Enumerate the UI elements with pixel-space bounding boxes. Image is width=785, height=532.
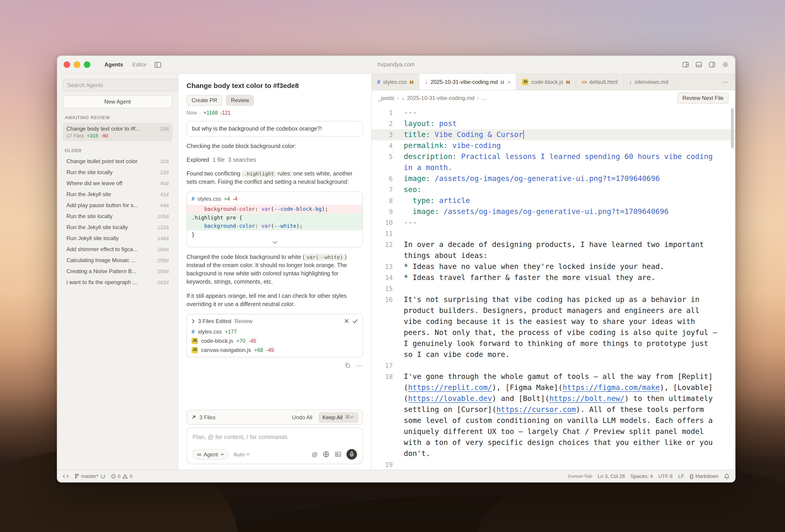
code-line[interactable]: 12In over a decade of designing products… [372, 239, 735, 261]
panel-right-icon[interactable] [709, 62, 715, 67]
chat-scroll-area[interactable]: Change body text color to #f3ede8 Create… [186, 80, 363, 410]
code-line[interactable]: 8 type: article [372, 195, 735, 206]
line-number: 19 [372, 459, 404, 470]
expand-diff-chevron-icon[interactable] [187, 239, 362, 247]
code-line[interactable]: 10--- [372, 217, 735, 228]
sidebar-agent-item[interactable]: Run the site locally22d [63, 167, 172, 178]
code-line[interactable]: 7seo: [372, 184, 735, 195]
encoding-status[interactable]: UTF-8 [658, 473, 673, 479]
sidebar-toggle-icon[interactable] [154, 61, 161, 68]
agents-mode-tab[interactable]: Agents [100, 60, 127, 69]
chat-input-card: ∞ Agent Auto @ [186, 428, 363, 464]
agent-mode-selector[interactable]: ∞ Agent [193, 449, 228, 460]
sidebar-agent-item[interactable]: Run the site locally105d [63, 211, 172, 222]
code-line[interactable]: 14* Ideas travel farther & faster the mo… [372, 272, 735, 283]
accept-all-icon[interactable] [352, 319, 358, 324]
search-agents-input[interactable] [63, 78, 178, 92]
editor-tab[interactable]: <>default.html [576, 74, 624, 90]
sidebar-agent-item[interactable]: Add shimmer effect to figca...160d [63, 244, 172, 255]
chevron-right-icon[interactable] [192, 319, 195, 324]
indentation-status[interactable]: Spaces: 4 [631, 473, 653, 479]
keep-all-button[interactable]: Keep All ⌘↵ [318, 412, 358, 422]
panel-bottom-icon[interactable] [695, 62, 702, 67]
code-line[interactable]: 11 [372, 228, 735, 239]
create-pr-button[interactable]: Create PR [186, 95, 222, 106]
edited-file-row[interactable]: JScanvas-navigation.js+68-45 [187, 346, 362, 355]
breadcrumb-file[interactable]: 2025-10-31-vibe-coding.md [407, 95, 475, 101]
eol-status[interactable]: LF [678, 473, 684, 479]
sidebar-agent-item[interactable]: Calculating Image Mosaic ...258d [63, 255, 172, 266]
edited-file-row[interactable]: JScode-block.js+70-45 [187, 336, 362, 346]
review-next-file-button[interactable]: Review Next File [677, 92, 729, 103]
more-options-icon[interactable]: ⋯ [356, 362, 363, 369]
editor-tab[interactable]: ↓interviews.md [624, 74, 674, 90]
pending-files-label[interactable]: 3 Files [199, 414, 216, 421]
sidebar-agent-item[interactable]: Run the Jekyll site41d [63, 189, 172, 200]
git-branch-status[interactable]: master* [74, 473, 105, 479]
code-line[interactable]: 16It's not surprising that vibe coding h… [372, 294, 735, 360]
editor-tab[interactable]: #styles.cssM [372, 74, 420, 90]
globe-icon[interactable] [323, 451, 329, 458]
code-line[interactable]: 5description: Practical lessons I learne… [372, 151, 735, 173]
breadcrumb-folder[interactable]: _posts [378, 95, 394, 101]
sidebar-agent-item[interactable]: i want to fix the opengraph ...262d [63, 277, 172, 288]
review-button[interactable]: Review [226, 95, 254, 106]
new-agent-button[interactable]: New Agent [63, 95, 172, 108]
explored-summary[interactable]: Explored 1 file 3 searches [186, 156, 363, 164]
image-icon[interactable] [334, 451, 341, 458]
code-editor[interactable]: 1---2layout: post3title: Vibe Coding & C… [372, 105, 735, 470]
code-line[interactable]: 18I've gone through the whole gamut of t… [372, 371, 735, 459]
reject-all-icon[interactable] [344, 319, 349, 324]
code-line[interactable]: 2layout: post [372, 118, 735, 129]
traffic-lights [64, 61, 90, 68]
code-line[interactable]: 9 image: /assets/og-images/og-generative… [372, 206, 735, 217]
code-line[interactable]: 19 [372, 459, 735, 470]
edited-file-row[interactable]: #styles.css+177 [187, 327, 362, 336]
sidebar-agent-item[interactable]: Where did we leave off40d [63, 178, 172, 189]
close-window-button[interactable] [64, 61, 70, 68]
tab-close-icon[interactable]: × [508, 79, 511, 84]
editor-tab[interactable]: JScode-block.jsM [517, 74, 576, 90]
mic-button[interactable] [347, 449, 357, 460]
sidebar-agent-item[interactable]: Change bullet point text color20d [63, 156, 172, 167]
cursor-position-status[interactable]: Ln 3, Col 28 [598, 473, 625, 479]
code-line[interactable]: 17 [372, 360, 735, 371]
keyboard-shortcut: ⌘↵ [345, 414, 354, 420]
sidebar-agent-item[interactable]: Add play pause button for s...44d [63, 200, 172, 211]
agent-item-title: Run the site locally [67, 213, 112, 220]
panel-layout-icon[interactable] [682, 62, 689, 67]
editor-tab[interactable]: ↓2025-10-31-vibe-coding.mdU× [420, 74, 517, 90]
mention-icon[interactable]: @ [312, 451, 318, 458]
sidebar-agent-item[interactable]: Run Jekyll site locally146d [63, 233, 172, 244]
code-line[interactable]: 15 [372, 283, 735, 294]
agent-item-title: Add play pause button for s... [67, 202, 138, 208]
chat-input[interactable] [193, 433, 357, 440]
code-line[interactable]: 4permalink: vibe-coding [372, 140, 735, 151]
settings-gear-icon[interactable] [722, 61, 729, 68]
language-mode-status[interactable]: {} Markdown [689, 473, 718, 479]
editor-scrollbar[interactable] [731, 108, 734, 149]
sidebar-agent-item[interactable]: Creating a Noise Pattern B...258d [63, 266, 172, 277]
awaiting-review-item[interactable]: Change body text color to #f... 20d 17 F… [63, 123, 172, 141]
remote-icon[interactable] [63, 474, 69, 479]
code-line[interactable]: 3title: Vibe Coding & Cursor [372, 129, 735, 140]
tab-overflow-icon[interactable]: ⋯ [715, 78, 735, 85]
diff-removed: -4 [233, 196, 237, 202]
undo-all-button[interactable]: Undo All [289, 413, 315, 421]
breadcrumb-more[interactable]: … [482, 95, 487, 101]
diff-line: background-color: var(--code-block-bg); [187, 205, 362, 213]
zoom-window-button[interactable] [84, 61, 90, 68]
copy-icon[interactable] [345, 363, 351, 369]
code-line[interactable]: 1--- [372, 107, 735, 118]
minimize-window-button[interactable] [74, 61, 80, 68]
diff-header[interactable]: # styles.css +4 -4 [187, 192, 362, 205]
sidebar-agent-item[interactable]: Run the Jekyll site locally122d [63, 222, 172, 233]
problems-status[interactable]: 0 0 [111, 473, 133, 479]
code-line[interactable]: 13* Ideas have no value when they're loc… [372, 261, 735, 272]
review-files-link[interactable]: Review [234, 318, 253, 324]
editor-mode-tab[interactable]: Editor [128, 60, 151, 69]
cursor-tab-status[interactable]: Cursor Tab [568, 473, 592, 479]
notifications-bell-icon[interactable] [724, 473, 730, 479]
model-selector[interactable]: Auto [233, 451, 250, 458]
code-line[interactable]: 6image: /assets/og-images/og-generative-… [372, 173, 735, 184]
